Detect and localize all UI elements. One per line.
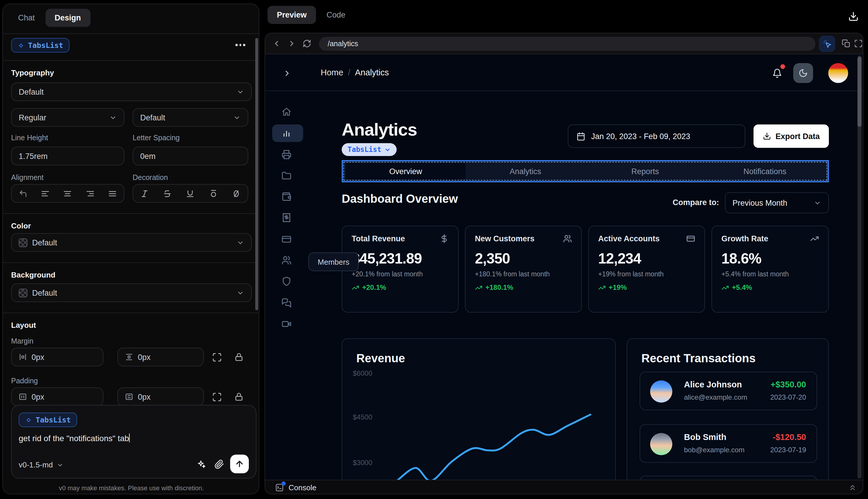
underline-icon[interactable] [186,189,195,198]
trend-up-icon [598,284,606,291]
preview-scrollbar-thumb[interactable] [857,57,861,127]
margin-y-input[interactable]: 0px [117,348,204,366]
section-heading: Dashboard Overview [342,192,458,206]
address-bar[interactable]: /analytics [319,37,816,51]
avatar[interactable] [828,63,848,83]
copy-icon[interactable] [842,39,851,48]
inspected-element-chip[interactable]: TabsList [342,143,397,156]
chevron-down-icon [109,114,117,121]
rail-members-icon[interactable] [282,255,292,265]
align-right-icon[interactable] [86,189,95,198]
stat-value: $45,231.89 [352,250,449,267]
italic-icon[interactable] [140,189,149,198]
tab-notifications[interactable]: Notifications [705,167,825,175]
chevron-down-icon [237,239,244,246]
transaction-name: Alice Johnson [684,380,742,389]
model-select[interactable]: v0-1.5-md [19,460,63,469]
users-icon [563,234,572,243]
stat-title: New Customers [475,234,534,243]
send-button[interactable] [230,454,249,473]
padding-x-input[interactable]: 0px [11,387,103,406]
date-range-button[interactable]: Jan 20, 2023 - Feb 09, 2023 [568,124,745,148]
rail-analytics-icon[interactable] [282,128,292,138]
inspect-button[interactable] [819,36,835,52]
console-label: Console [288,483,316,492]
background-select[interactable]: Default [11,283,252,302]
rail-video-icon[interactable] [282,319,292,329]
font-weight-select[interactable]: Regular [11,108,124,127]
color-value: Default [32,238,57,247]
rail-home-icon[interactable] [282,107,292,117]
rail-folder-icon[interactable] [282,171,292,181]
ellipsis-menu-icon[interactable] [235,44,245,46]
trend-up-icon [475,284,483,291]
padding-expand-icon[interactable] [212,392,222,402]
transaction-row[interactable]: Alice Johnson alice@example.com +$350.00… [640,372,817,410]
console-bar[interactable]: Console [265,480,863,494]
margin-expand-icon[interactable] [212,352,222,362]
tab-design[interactable]: Design [45,9,90,27]
breadcrumb-home[interactable]: Home [321,68,343,77]
sparkles-icon[interactable] [196,459,206,469]
preview-frame: /analytics Home / Analytics [264,33,863,494]
panel-scrollbar[interactable] [255,38,258,310]
letter-spacing-label: Letter Spacing [133,134,179,142]
no-decoration-icon[interactable] [232,189,241,198]
stat-badge-value: +19% [609,283,627,292]
align-justify-icon[interactable] [108,189,117,198]
prompt-composer[interactable]: TabsList get rid of the "notifications" … [11,405,257,478]
tab-chat[interactable]: Chat [11,9,42,27]
chevrons-up-icon[interactable] [848,483,857,492]
paperclip-icon[interactable] [214,459,224,469]
background-section-label: Background [11,270,55,279]
transaction-email: alice@example.com [684,393,747,401]
nav-back-icon[interactable] [272,39,281,48]
export-data-button[interactable]: Export Data [754,124,829,148]
fullscreen-icon[interactable] [854,39,863,48]
prompt-input[interactable]: get rid of the "notifications" tab [19,434,130,443]
rail-messages-icon[interactable] [282,298,292,308]
avatar [650,433,672,455]
tabs-list-selected: Overview Analytics Reports Notifications [342,160,829,182]
align-left-icon[interactable] [41,189,50,198]
padding-y-input[interactable]: 0px [117,387,204,406]
tab-analytics[interactable]: Analytics [466,167,585,175]
font-select[interactable]: Default [11,82,252,101]
line-height-input[interactable]: 1.75rem [11,147,124,165]
export-download-icon [762,132,771,140]
breadcrumb-current: Analytics [355,68,389,77]
tab-overview[interactable]: Overview [346,163,466,179]
tab-code[interactable]: Code [321,6,351,24]
tab-preview[interactable]: Preview [268,6,316,24]
moon-icon [798,68,808,78]
theme-toggle-button[interactable] [793,63,813,83]
strikethrough-icon[interactable] [163,189,172,198]
align-center-icon[interactable] [63,189,72,198]
color-select[interactable]: Default [11,233,252,252]
letter-spacing-input[interactable]: 0em [133,147,248,165]
bell-icon[interactable] [772,68,782,78]
download-icon[interactable] [848,11,859,22]
composer-component-chip[interactable]: TabsList [19,413,77,427]
padding-lock-icon[interactable] [234,392,244,401]
rail-receipt-icon[interactable] [282,213,292,223]
rail-security-icon[interactable] [282,276,292,286]
font-size-select[interactable]: Default [133,108,248,127]
compare-select[interactable]: Previous Month [725,192,829,213]
nav-forward-icon[interactable] [287,39,296,48]
rail-printer-icon[interactable] [282,149,292,159]
transaction-row[interactable]: Bob Smith bob@example.com -$120.50 2023-… [640,424,817,463]
margin-x-input[interactable]: 0px [11,348,103,366]
overline-icon[interactable] [209,189,218,198]
preview-scrollbar-track[interactable] [857,56,861,478]
undo-icon[interactable] [18,189,27,198]
selected-component-chip[interactable]: TabsList [11,38,70,52]
transaction-row[interactable] [640,476,817,480]
composer-chip-label: TabsList [36,415,71,424]
tab-reports[interactable]: Reports [585,167,705,175]
margin-lock-icon[interactable] [234,352,244,362]
rail-wallet-icon[interactable] [282,192,292,202]
sidebar-toggle-icon[interactable] [283,69,292,78]
rail-credit-card-icon[interactable] [282,234,292,244]
refresh-icon[interactable] [302,39,311,48]
